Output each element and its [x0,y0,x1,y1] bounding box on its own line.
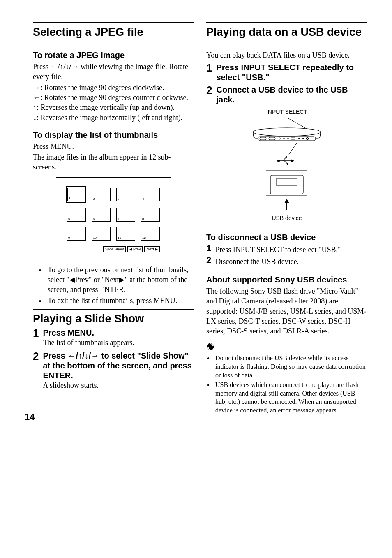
arrow-left-icon: ← [33,93,40,102]
rotate-down: ↓: Reverses the image horizontally (left… [33,113,194,123]
thumbnail: 5 [67,208,86,222]
step-heading: Press MENU. [43,328,194,338]
heading-playing-slide-show: Playing a Slide Show [33,313,194,325]
text: Press [43,351,67,360]
svg-marker-14 [291,159,294,162]
label: Prev [133,247,141,251]
disconnect-step-1: 1 Press INPUT SELECT to deselect "USB." [206,244,367,255]
step-number: 2 [206,85,212,95]
usb-step-1: 1 Press INPUT SELECT repeatedly to selec… [206,63,367,82]
thumbnail: 6 [92,208,111,222]
thumbnail-label: 4 [142,197,144,201]
svg-point-1 [253,128,321,136]
device-illustration-icon [250,118,324,212]
thumbnail-label: 12 [142,236,146,240]
text: : Rotates the image 90 degrees clockwise… [40,83,164,92]
step-heading: Press INPUT SELECT repeatedly to select … [216,63,367,82]
step-number: 1 [206,63,212,73]
step-number: 2 [206,256,211,265]
rotate-intro: Press ←/↑/↓/→ while viewing the image fi… [33,62,194,82]
triangle-right-icon: ▶ [155,247,158,251]
arrow-combo-icon: ←/↑/↓/→ [51,63,79,71]
thumbnail: 12 [141,227,160,241]
svg-point-28 [207,343,214,350]
triangle-left-icon: ◀ [129,247,132,251]
step-number: 2 [33,351,39,361]
list-item: To exit the list of thumbnails, press ME… [46,296,194,306]
thumbs-press-menu: Press MENU. [33,141,194,151]
next-button: Next▶ [144,246,160,252]
step-heading: Connect a USB device to the USB jack. [216,85,367,104]
thumbnail-label: 9 [68,236,70,240]
thumbnail: 7 [116,208,135,222]
slide-step-2: 2 Press ←/↑/↓/→ to select "Slide Show" a… [33,351,194,391]
svg-line-19 [289,142,297,155]
thumbnail-label: 2 [93,197,95,201]
label: Slide Show [105,247,124,251]
usb-device-figure: INPUT SELECT [244,109,330,221]
svg-point-9 [298,138,300,139]
thumbnail: 2 [92,188,111,201]
thumbnail-selected: 1 [66,186,86,203]
svg-point-16 [286,156,287,158]
thumbnail-label: 3 [118,197,119,201]
thin-rule [206,227,367,227]
list-item: USB devices which can connect to the pla… [214,381,367,415]
step-body-text: The list of thumbnails appears. [43,338,194,347]
thumbnail-label: 5 [68,217,70,221]
list-item: To go to the previous or next list of th… [46,265,194,295]
thumbnail: 3 [116,188,135,201]
thumbnail: 11 [116,227,135,241]
list-item: Do not disconnect the USB device while i… [214,354,367,380]
svg-point-10 [302,138,304,139]
svg-line-15 [283,157,286,161]
page-number: 14 [25,412,35,422]
slide-show-button: Slide Show [103,246,126,252]
thumbnails-notes: To go to the previous or next list of th… [40,265,194,306]
left-column: Selecting a JPEG file To rotate a JPEG i… [33,22,194,418]
heading-display-thumbnails: To display the list of thumbnails [33,130,194,140]
usb-intro: You can play back DATA files on a USB de… [206,50,367,60]
thumbnail-label: 11 [118,236,121,240]
section-rule [33,22,194,23]
rotate-right: →: Rotates the image 90 degrees clockwis… [33,83,194,93]
thumbnail: 9 [67,227,86,241]
thumbnail-label: 8 [142,217,144,221]
svg-line-0 [287,118,307,129]
text: : Reverses the image vertically (up and … [37,103,175,111]
heading-playing-usb: Playing data on a USB device [206,26,367,39]
svg-rect-18 [287,163,288,165]
rotate-up: ↑: Reverses the image vertically (up and… [33,102,194,112]
heading-disconnect-usb: To disconnect a USB device [206,232,367,242]
arrow-up-icon: ↑ [33,103,37,111]
thumbnail: 8 [141,208,160,222]
usb-step-2: 2 Connect a USB device to the USB jack. [206,85,367,104]
section-rule [33,309,194,310]
supported-devices-body: The following Sony USB flash drive "Micr… [206,286,367,336]
right-column: Playing data on a USB device You can pla… [206,22,367,418]
thumbnail: 10 [92,227,111,241]
disconnect-step-2: 2 Disconnect the USB device. [206,256,367,266]
text: Press [33,63,51,71]
step-heading: Press ←/↑/↓/→ to select "Slide Show" at … [43,351,194,380]
thumbs-description: The image files in the album appear in 1… [33,152,194,172]
svg-rect-23 [277,178,297,186]
heading-selecting-jpeg: Selecting a JPEG file [33,26,194,39]
section-rule [206,22,367,23]
heading-supported-devices: About supported Sony USB devices [206,275,367,285]
text: : Rotates the image 90 degrees counter c… [40,93,188,102]
thumbnail-label: 10 [93,236,97,240]
figure-label-top: INPUT SELECT [244,109,330,115]
arrow-down-icon: ↓ [33,113,37,122]
heading-rotate-image: To rotate a JPEG image [33,50,194,60]
thumbnail-label: 1 [69,197,70,200]
thumbnail-label: 6 [93,217,95,221]
svg-marker-27 [284,199,289,203]
thumbnails-figure: 1 2 3 4 5 6 7 8 9 10 11 12 Slide Show ◀P… [56,177,171,258]
step-body-text: Press INPUT SELECT to deselect "USB." [215,245,341,254]
step-body-text: A slideshow starts. [43,380,194,390]
svg-rect-2 [258,137,316,141]
step-body-text: Disconnect the USB device. [215,257,299,266]
slide-step-1: 1 Press MENU. The list of thumbnails app… [33,328,194,348]
rotate-left: ←: Rotates the image 90 degrees counter … [33,93,194,102]
